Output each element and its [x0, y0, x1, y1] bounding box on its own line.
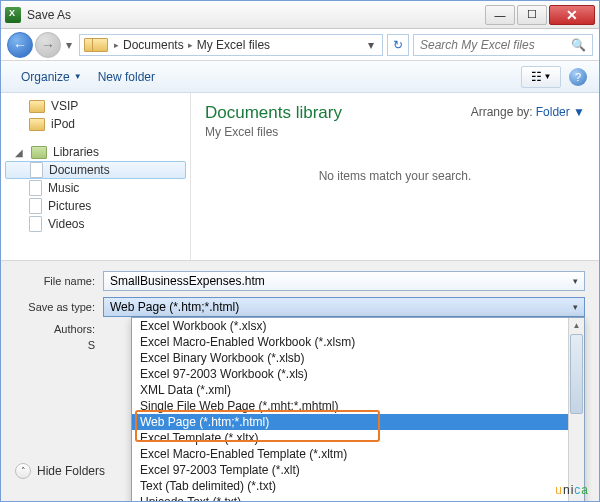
breadcrumb[interactable]: ▸ Documents ▸ My Excel files ▾ — [79, 34, 383, 56]
tree-item-libraries[interactable]: ◢Libraries — [1, 143, 190, 161]
watermark: unica — [555, 469, 589, 501]
label-fragment: S — [15, 339, 103, 351]
navbar: ← → ▾ ▸ Documents ▸ My Excel files ▾ ↻ 🔍 — [1, 29, 599, 61]
forward-button: → — [35, 32, 61, 58]
refresh-button[interactable]: ↻ — [387, 34, 409, 56]
chevron-right-icon: ▸ — [110, 40, 123, 50]
save-as-dialog: Save As — ☐ ✕ ← → ▾ ▸ Documents ▸ My Exc… — [0, 0, 600, 502]
minimize-button[interactable]: — — [485, 5, 515, 25]
filetype-option[interactable]: Excel 97-2003 Workbook (*.xls) — [132, 366, 568, 382]
tree-item-ipod[interactable]: iPod — [1, 115, 190, 133]
filename-label: File name: — [15, 275, 103, 287]
videos-icon — [29, 216, 42, 232]
filetype-option[interactable]: Single File Web Page (*.mht;*.mhtml) — [132, 398, 568, 414]
document-icon — [30, 162, 43, 178]
new-folder-button[interactable]: New folder — [90, 66, 163, 88]
chevron-down-icon: ▼ — [544, 72, 552, 81]
chevron-up-icon: ˄ — [15, 463, 31, 479]
tree-item-pictures[interactable]: Pictures — [1, 197, 190, 215]
tree-item-music[interactable]: Music — [1, 179, 190, 197]
folder-icon — [92, 38, 108, 52]
filetype-option[interactable]: Excel Template (*.xltx) — [132, 430, 568, 446]
view-icon: ☷ — [531, 70, 542, 84]
chevron-down-icon: ▼ — [74, 72, 82, 81]
excel-icon — [5, 7, 21, 23]
arrange-by: Arrange by: Folder ▼ — [471, 105, 585, 119]
folder-icon — [29, 100, 45, 113]
content-subtitle: My Excel files — [205, 125, 585, 139]
search-box[interactable]: 🔍 — [413, 34, 593, 56]
tree-item-documents[interactable]: Documents — [5, 161, 186, 179]
titlebar: Save As — ☐ ✕ — [1, 1, 599, 29]
tree-item-videos[interactable]: Videos — [1, 215, 190, 233]
maximize-button[interactable]: ☐ — [517, 5, 547, 25]
filename-field[interactable]: SmallBusinessExpenses.htm ▾ — [103, 271, 585, 291]
filetype-option[interactable]: Excel 97-2003 Template (*.xlt) — [132, 462, 568, 478]
folder-icon — [29, 118, 45, 131]
tree-item-vsip[interactable]: VSIP — [1, 97, 190, 115]
filetype-option[interactable]: Text (Tab delimited) (*.txt) — [132, 478, 568, 494]
savetype-label: Save as type: — [15, 301, 103, 313]
music-icon — [29, 180, 42, 196]
filetype-option[interactable]: Excel Macro-Enabled Template (*.xltm) — [132, 446, 568, 462]
help-button[interactable]: ? — [569, 68, 587, 86]
pictures-icon — [29, 198, 42, 214]
window-title: Save As — [27, 8, 71, 22]
chevron-down-icon[interactable]: ▾ — [368, 38, 374, 52]
filetype-option-selected[interactable]: Web Page (*.htm;*.html) — [132, 414, 568, 430]
breadcrumb-segment[interactable]: Documents — [123, 38, 184, 52]
nav-history-dropdown[interactable]: ▾ — [63, 32, 75, 58]
savetype-field[interactable]: Web Page (*.htm;*.html) ▾ — [103, 297, 585, 317]
close-button[interactable]: ✕ — [549, 5, 595, 25]
search-input[interactable] — [420, 38, 571, 52]
search-icon[interactable]: 🔍 — [571, 38, 586, 52]
scroll-up-button[interactable]: ▲ — [569, 318, 584, 332]
view-options-button[interactable]: ☷ ▼ — [521, 66, 561, 88]
filetype-option[interactable]: XML Data (*.xml) — [132, 382, 568, 398]
hide-folders-button[interactable]: ˄ Hide Folders — [15, 463, 105, 479]
filetype-option[interactable]: Excel Binary Workbook (*.xlsb) — [132, 350, 568, 366]
chevron-down-icon[interactable]: ▾ — [573, 276, 578, 286]
back-button[interactable]: ← — [7, 32, 33, 58]
content-pane: Documents library My Excel files Arrange… — [191, 93, 599, 260]
libraries-icon — [31, 146, 47, 159]
toolbar: Organize ▼ New folder ☷ ▼ ? — [1, 61, 599, 93]
scroll-thumb[interactable] — [570, 334, 583, 414]
breadcrumb-segment[interactable]: My Excel files — [197, 38, 270, 52]
filetype-option[interactable]: Unicode Text (*.txt) — [132, 494, 568, 502]
collapse-icon[interactable]: ◢ — [15, 147, 25, 158]
empty-message: No items match your search. — [205, 169, 585, 183]
filetype-option[interactable]: Excel Workbook (*.xlsx) — [132, 318, 568, 334]
chevron-right-icon: ▸ — [184, 40, 197, 50]
savetype-dropdown[interactable]: Excel Workbook (*.xlsx) Excel Macro-Enab… — [131, 317, 585, 502]
organize-button[interactable]: Organize ▼ — [13, 66, 90, 88]
navigation-tree: VSIP iPod ◢Libraries Documents Music Pic… — [1, 93, 191, 260]
arrange-by-link[interactable]: Folder ▼ — [536, 105, 585, 119]
authors-label: Authors: — [15, 323, 103, 335]
chevron-down-icon[interactable]: ▾ — [573, 302, 578, 312]
filetype-option[interactable]: Excel Macro-Enabled Workbook (*.xlsm) — [132, 334, 568, 350]
form-area: File name: SmallBusinessExpenses.htm ▾ S… — [1, 261, 599, 363]
